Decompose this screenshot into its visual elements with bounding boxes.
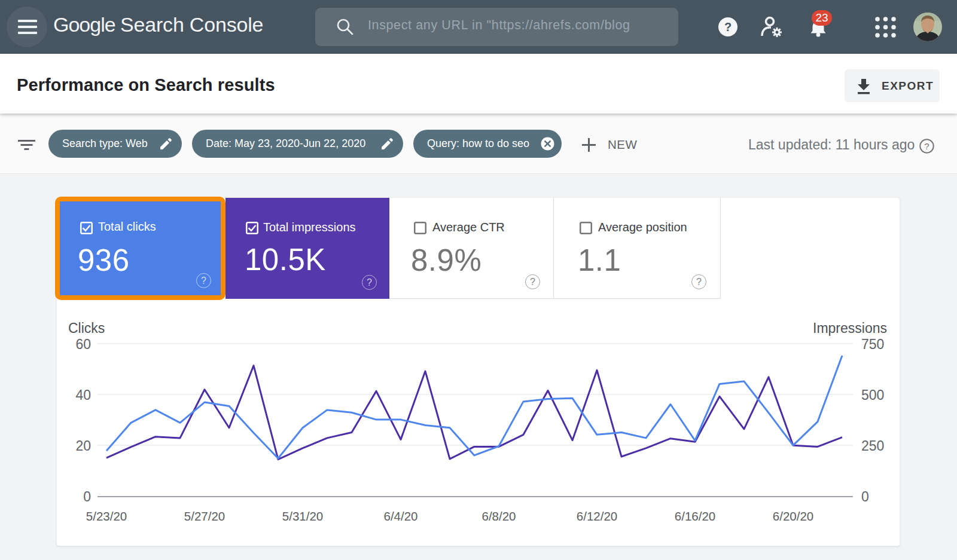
svg-text:?: ?	[724, 20, 732, 33]
svg-text:0: 0	[861, 489, 869, 504]
svg-text:5/31/20: 5/31/20	[282, 509, 323, 523]
svg-text:750: 750	[861, 336, 884, 352]
svg-text:40: 40	[75, 387, 91, 403]
svg-text:6/16/20: 6/16/20	[675, 509, 715, 523]
svg-text:6/12/20: 6/12/20	[577, 509, 617, 523]
svg-text:250: 250	[861, 438, 884, 454]
svg-text:500: 500	[861, 387, 884, 403]
svg-text:5/23/20: 5/23/20	[86, 509, 127, 523]
svg-text:Impressions: Impressions	[813, 320, 887, 336]
svg-text:Clicks: Clicks	[68, 320, 105, 336]
svg-text:60: 60	[75, 336, 91, 352]
svg-text:20: 20	[75, 438, 91, 454]
svg-text:6/4/20: 6/4/20	[384, 509, 418, 523]
svg-text:?: ?	[924, 141, 929, 151]
svg-text:6/8/20: 6/8/20	[482, 509, 516, 523]
svg-text:0: 0	[83, 489, 91, 504]
svg-text:6/20/20: 6/20/20	[773, 509, 813, 523]
svg-text:5/27/20: 5/27/20	[184, 509, 225, 523]
